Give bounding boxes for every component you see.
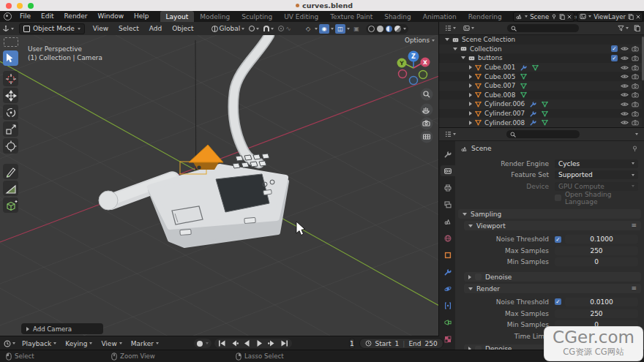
outliner-row[interactable]: Cube.008	[439, 91, 642, 100]
viewport-noise-threshold-checkbox[interactable]	[555, 236, 561, 243]
properties-search-input[interactable]	[506, 130, 580, 138]
viewport-noise-threshold-field[interactable]: 0.1000	[565, 235, 638, 244]
workspace-tab[interactable]: Rendering	[463, 11, 508, 22]
rendered-shading-button[interactable]	[394, 26, 401, 32]
hide-eye-icon[interactable]	[621, 119, 629, 126]
outliner-row[interactable]: Cube.007	[439, 81, 642, 91]
hide-eye-icon[interactable]	[621, 110, 629, 117]
outliner-item-label[interactable]: Cube.001	[484, 64, 515, 71]
next-keyframe-button[interactable]	[267, 339, 277, 347]
measure-tool[interactable]	[3, 181, 18, 196]
sampling-viewport-header[interactable]: Viewport≡	[464, 221, 641, 230]
workspace-tab[interactable]: Animation	[417, 11, 463, 22]
view-layer-properties-tab[interactable]	[441, 199, 455, 210]
menu-item[interactable]: File	[15, 11, 36, 22]
pan-view-button[interactable]	[421, 104, 433, 116]
workspace-tab[interactable]: Modeling	[194, 11, 236, 22]
disable-render-icon[interactable]	[632, 64, 639, 71]
selectable-checkbox[interactable]	[611, 45, 618, 52]
object-data-properties-tab[interactable]	[441, 317, 455, 328]
editor-type-button[interactable]	[0, 25, 16, 32]
active-tool-icon[interactable]	[4, 37, 18, 47]
snapping-dropdown[interactable]	[261, 26, 276, 31]
disable-render-icon[interactable]	[632, 45, 639, 52]
end-frame-value[interactable]: 250	[425, 340, 438, 347]
jump-start-button[interactable]	[217, 339, 227, 347]
prev-keyframe-button[interactable]	[230, 339, 239, 347]
outliner-row[interactable]: Cylinder.007	[439, 109, 642, 118]
menu-item[interactable]: Edit	[36, 11, 59, 22]
scene-selector[interactable]: Scene	[513, 12, 574, 22]
jump-end-button[interactable]	[280, 339, 289, 347]
material-preview-shading-button[interactable]	[386, 26, 392, 32]
workspace-tab[interactable]: Layout	[160, 11, 195, 22]
cursor-tool[interactable]	[3, 71, 18, 86]
camera-view-button[interactable]	[421, 118, 433, 130]
viewport-min-samples-field[interactable]: 0	[555, 257, 638, 266]
viewport-denoise-checkbox[interactable]	[475, 274, 482, 280]
render-noise-threshold-field[interactable]: 0.0100	[565, 298, 638, 306]
show-overlays-button[interactable]: ◉	[319, 24, 329, 34]
world-properties-tab[interactable]	[441, 233, 455, 244]
properties-editor-type-button[interactable]	[443, 131, 458, 137]
pin-icon[interactable]	[551, 14, 557, 20]
outliner-item-label[interactable]: Collection	[470, 45, 502, 53]
disable-render-icon[interactable]	[632, 83, 639, 89]
selectable-checkbox[interactable]	[611, 55, 618, 61]
pivot-point-dropdown[interactable]	[247, 26, 261, 31]
options-dropdown[interactable]: Options	[405, 37, 435, 44]
viewport-menu-item[interactable]: Select	[113, 25, 144, 32]
viewport-max-samples-field[interactable]: 250	[555, 246, 638, 255]
outliner-row[interactable]: Cube.001	[439, 63, 642, 72]
modifiers-properties-tab[interactable]	[441, 266, 455, 277]
disable-render-icon[interactable]	[632, 119, 639, 126]
menu-item[interactable]: Render	[59, 11, 93, 22]
current-frame-field[interactable]: 1	[349, 338, 355, 349]
disable-render-icon[interactable]	[632, 101, 639, 108]
workspace-tab[interactable]: Shading	[378, 11, 417, 22]
workspace-tab[interactable]: Sculpting	[236, 11, 278, 22]
timeline-editor-type-button[interactable]	[0, 340, 18, 347]
output-properties-tab[interactable]	[441, 182, 455, 193]
start-frame-value[interactable]: 1	[395, 340, 400, 347]
outliner-item-label[interactable]: Cube.008	[484, 91, 515, 99]
new-viewlayer-icon[interactable]	[628, 14, 634, 20]
disable-render-icon[interactable]	[632, 73, 639, 80]
viewport-menu-item[interactable]: View	[88, 25, 113, 32]
show-gizmo-button[interactable]: ◇	[303, 24, 313, 34]
properties-options-chevron[interactable]	[635, 133, 638, 135]
wireframe-shading-button[interactable]	[368, 26, 375, 32]
collapse-arrow-icon[interactable]	[469, 121, 472, 125]
toggle-xray-button[interactable]: ▣	[351, 24, 362, 34]
fullscreen-window-button[interactable]	[28, 3, 34, 9]
blender-logo-icon[interactable]	[4, 12, 12, 20]
outliner-item-label[interactable]: Cube.005	[484, 73, 515, 80]
outliner-filter-button[interactable]	[615, 25, 631, 31]
minimize-window-button[interactable]	[17, 3, 23, 9]
outliner-item-label[interactable]: Cube.007	[484, 82, 515, 89]
navigation-gizmo[interactable]: Z Y X	[397, 51, 430, 85]
render-max-samples-field[interactable]: 250	[555, 309, 638, 318]
outliner-row[interactable]: Scene Collection	[439, 35, 642, 45]
viewport-menu-item[interactable]: Object	[167, 25, 198, 32]
timeline-menu-item[interactable]: Keying	[61, 340, 97, 347]
auto-keying-button[interactable]	[197, 341, 203, 347]
collapse-arrow-icon[interactable]	[469, 102, 472, 106]
expand-arrow-icon[interactable]	[461, 56, 465, 59]
constraints-properties-tab[interactable]	[441, 300, 455, 311]
outliner-item-label[interactable]: Cylinder.007	[484, 110, 525, 117]
outliner-row[interactable]: buttons	[439, 53, 642, 63]
collapse-arrow-icon[interactable]	[469, 65, 472, 69]
expand-arrow-icon[interactable]	[445, 38, 449, 41]
viewport-menu-item[interactable]: Add	[144, 25, 167, 32]
preset-icon[interactable]: ≡	[631, 285, 637, 292]
disable-render-icon[interactable]	[632, 91, 639, 98]
physics-properties-tab[interactable]	[441, 283, 455, 294]
close-window-button[interactable]	[6, 3, 12, 9]
scene-properties-tab[interactable]	[441, 216, 455, 227]
viewlayer-selector[interactable]: ViewLayer	[577, 12, 643, 22]
add-cube-tool[interactable]	[3, 197, 18, 213]
outliner-row[interactable]: Collection	[439, 45, 642, 54]
render-engine-dropdown[interactable]: Cycles	[555, 159, 638, 168]
outliner-row[interactable]: Cylinder.008	[439, 118, 642, 127]
